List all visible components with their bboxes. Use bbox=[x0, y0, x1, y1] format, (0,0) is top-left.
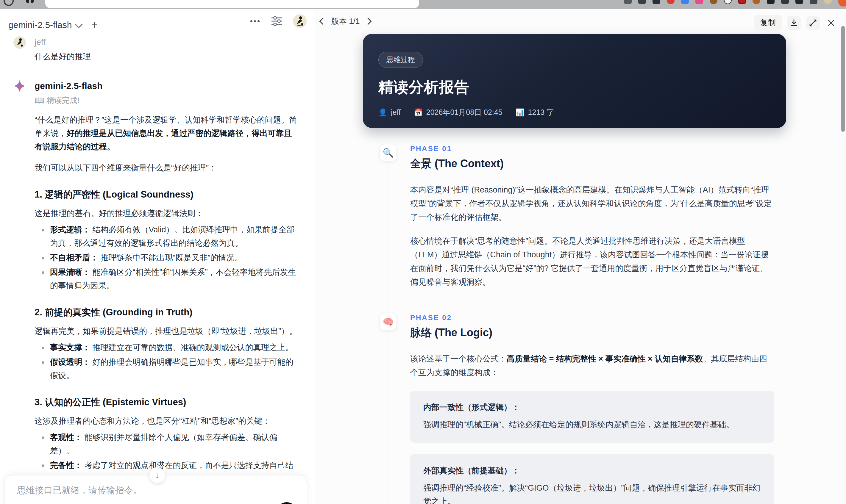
section-grounding-in-truth: 2. 前提的真实性 (Grounding in Truth) 逻辑再完美，如果前… bbox=[35, 306, 298, 382]
browser-apps-grid-icon[interactable] bbox=[26, 0, 34, 3]
phase-label: PHASE 02 bbox=[410, 313, 774, 322]
preview-header: 版本 1/1 复制 bbox=[315, 9, 846, 33]
user-avatar bbox=[13, 36, 26, 49]
message-author: jeff bbox=[35, 36, 298, 47]
message-author: gemini-2.5-flash bbox=[35, 80, 298, 91]
voice-input-button[interactable] bbox=[277, 502, 297, 504]
section-intro: 逻辑再完美，如果前提是错误的，推理也是垃圾（即“垃圾进，垃圾出”）。 bbox=[35, 325, 298, 338]
fullscreen-button[interactable] bbox=[806, 16, 820, 30]
extension-icon[interactable] bbox=[795, 0, 803, 4]
app-window: gemini-2.5-flash + ••• bbox=[0, 9, 846, 504]
user-avatar[interactable] bbox=[293, 14, 306, 28]
phase-paragraph: 本内容是对“推理 (Reasoning)”这一抽象概念的高层建模。在知识爆炸与人… bbox=[410, 183, 774, 224]
scrollbar-thumb[interactable] bbox=[841, 26, 845, 132]
panel-scrollbar[interactable] bbox=[840, 9, 846, 504]
settings-sliders-icon[interactable] bbox=[271, 16, 283, 26]
magnifier-icon: 🔍 bbox=[380, 144, 397, 161]
bullet-item: 形式逻辑： 结构必须有效（Valid）。比如演绎推理中，如果前提全部为真，那么通… bbox=[35, 223, 298, 250]
copy-button[interactable]: 复制 bbox=[754, 15, 782, 31]
brain-icon: 🧠 bbox=[380, 313, 397, 330]
close-icon bbox=[827, 19, 835, 27]
extension-icon[interactable] bbox=[667, 0, 674, 4]
phase-title: 全景 (The Context) bbox=[410, 157, 774, 171]
section-heading: 2. 前提的真实性 (Grounding in Truth) bbox=[35, 306, 298, 319]
message-text: 什么是好的推理 bbox=[35, 51, 298, 62]
report-date: 📅2026年01月08日 02:45 bbox=[414, 107, 503, 117]
browser-toolbar bbox=[0, 0, 846, 9]
extension-icon[interactable] bbox=[695, 0, 703, 4]
phase-1-context: 🔍 PHASE 01 全景 (The Context) 本内容是对“推理 (Re… bbox=[380, 144, 846, 297]
avatar-figure-icon bbox=[293, 14, 306, 28]
extension-icon[interactable] bbox=[710, 0, 718, 4]
gemini-star-icon bbox=[13, 80, 26, 92]
bullet-item: 客观性： 能够识别并尽量排除个人偏见（如幸存者偏差、确认偏差）。 bbox=[35, 431, 298, 457]
browser-profile-avatar[interactable] bbox=[824, 0, 832, 4]
chevron-down-icon bbox=[75, 20, 83, 28]
phase-title: 脉络 (The Logic) bbox=[410, 325, 774, 340]
phase-timeline-rail: 🔍 bbox=[380, 144, 396, 297]
extension-icon[interactable] bbox=[724, 0, 732, 4]
browser-extensions-row bbox=[624, 0, 846, 8]
section-intro: 这涉及推理者的心态和方法论，也是区分“杠精”和“思想家”的关键： bbox=[35, 414, 298, 428]
extension-icon[interactable] bbox=[838, 0, 846, 6]
section-heading: 3. 认知的公正性 (Epistemic Virtues) bbox=[35, 396, 298, 409]
section-heading: 1. 逻辑的严密性 (Logical Soundness) bbox=[35, 188, 298, 201]
bullet-item: 假设透明： 好的推理会明确指明哪些是已知事实，哪些是基于可能的假设。 bbox=[35, 356, 298, 382]
section-intro: 这是推理的基石。好的推理必须遵循逻辑法则： bbox=[35, 207, 298, 220]
report-badge: 思维过程 bbox=[378, 52, 423, 68]
phase-paragraph: 核心情境在于解决“思考的随意性”问题。不论是人类通过批判性思维进行决策，还是大语… bbox=[410, 234, 774, 289]
card-title: 内部一致性（形式逻辑）： bbox=[423, 402, 761, 413]
phase-paragraph: 该论述基于一个核心公式：高质量结论 = 结构完整性 × 事实准确性 × 认知自律… bbox=[410, 352, 774, 379]
more-options-icon[interactable]: ••• bbox=[250, 17, 261, 26]
logic-card-internal-consistency: 内部一致性（形式逻辑）： 强调推理的“机械正确”。结论必须在给定的规则系统内逻辑… bbox=[410, 391, 774, 443]
extension-icon[interactable] bbox=[767, 0, 775, 4]
browser-reload-icon[interactable] bbox=[4, 0, 14, 6]
extension-icon[interactable] bbox=[638, 0, 646, 4]
model-selector[interactable]: gemini-2.5-flash bbox=[8, 20, 82, 30]
previous-version-icon[interactable] bbox=[319, 18, 326, 25]
browser-address-bar[interactable] bbox=[45, 0, 419, 8]
assistant-paragraph: 我们可以从以下四个维度来衡量什么是“好的推理”： bbox=[35, 161, 298, 175]
model-name: gemini-2.5-flash bbox=[8, 20, 72, 30]
assistant-paragraph: “什么是好的推理？”这是一个涉及逻辑学、认知科学和哲学核心的问题。简单来说，好的… bbox=[35, 113, 298, 154]
extension-icon[interactable] bbox=[781, 0, 789, 4]
chat-messages: jeff 什么是好的推理 bbox=[0, 35, 315, 504]
version-label: 版本 1/1 bbox=[331, 16, 359, 26]
expand-icon bbox=[809, 19, 817, 27]
report-author: 👤jeff bbox=[378, 108, 401, 116]
chat-panel: gemini-2.5-flash + ••• bbox=[0, 9, 315, 504]
report-document: 思维过程 精读分析报告 👤jeff 📅2026年01月08日 02:45 📊12… bbox=[315, 34, 846, 504]
scroll-to-bottom-button[interactable]: ↓ bbox=[149, 467, 165, 483]
card-body: 强调推理的“经验校准”。解决“GIGO（垃圾进，垃圾出）”问题，确保推理引擎运行… bbox=[423, 481, 761, 504]
bullet-item: 事实支撑： 推理建立在可靠的数据、准确的观测或公认的真理之上。 bbox=[35, 341, 298, 354]
person-icon: 👤 bbox=[378, 108, 387, 116]
extension-icon[interactable] bbox=[653, 0, 660, 4]
extension-icon[interactable] bbox=[738, 0, 746, 4]
new-chat-button[interactable]: + bbox=[89, 19, 99, 31]
report-meta: 👤jeff 📅2026年01月08日 02:45 📊1213 字 bbox=[378, 107, 771, 117]
next-version-icon[interactable] bbox=[365, 18, 372, 25]
extension-icon[interactable] bbox=[810, 0, 817, 4]
version-navigator: 版本 1/1 bbox=[320, 16, 371, 26]
bullet-item: 不自相矛盾： 推理链条中不能出现“既是又非”的情况。 bbox=[35, 251, 298, 265]
bullet-list: 事实支撑： 推理建立在可靠的数据、准确的观测或公认的真理之上。 假设透明： 好的… bbox=[35, 341, 298, 382]
calendar-icon: 📅 bbox=[414, 108, 423, 116]
extension-icon[interactable] bbox=[753, 0, 760, 4]
chat-header-actions: ••• bbox=[250, 14, 306, 28]
avatar-figure-icon bbox=[13, 36, 26, 49]
bullet-list: 形式逻辑： 结构必须有效（Valid）。比如演绎推理中，如果前提全部为真，那么通… bbox=[35, 223, 298, 292]
report-word-count: 📊1213 字 bbox=[515, 107, 554, 117]
down-arrow-icon: ↓ bbox=[155, 470, 159, 480]
extension-icon[interactable] bbox=[681, 0, 689, 4]
card-title: 外部真实性（前提基础）： bbox=[423, 465, 761, 476]
preview-actions: 复制 bbox=[754, 15, 837, 31]
card-body: 强调推理的“机械正确”。结论必须在给定的规则系统内逻辑自洽，这是推理的硬件基础。 bbox=[423, 418, 761, 431]
extension-icon[interactable] bbox=[624, 0, 632, 4]
reading-status: 📖 精读完成! bbox=[35, 95, 298, 106]
chat-header: gemini-2.5-flash + ••• bbox=[0, 9, 315, 35]
download-icon bbox=[790, 19, 798, 27]
phase-timeline-rail: 🧠 bbox=[380, 313, 396, 504]
close-panel-button[interactable] bbox=[825, 16, 837, 30]
download-button[interactable] bbox=[787, 16, 801, 30]
bar-chart-icon: 📊 bbox=[515, 108, 525, 116]
